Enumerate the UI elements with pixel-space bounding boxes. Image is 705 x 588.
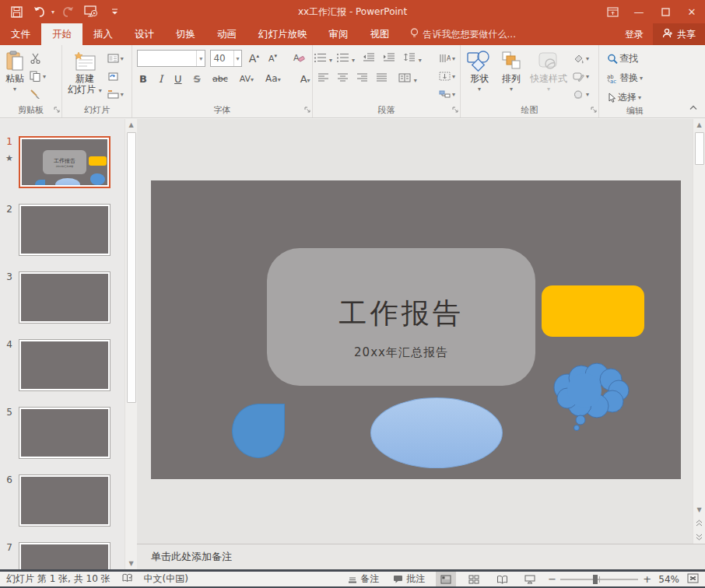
thumbnail-image[interactable] (19, 407, 110, 459)
thumbnail-image[interactable] (19, 339, 110, 391)
bullets-button[interactable]: ▾ (317, 53, 332, 65)
thumbnail-image[interactable] (19, 474, 110, 527)
thumbnail-scrollbar[interactable]: ▲ ▼ (125, 119, 137, 569)
convert-smartart-button[interactable]: ▾ (437, 86, 457, 102)
zoom-out-button[interactable]: − (548, 573, 556, 585)
thumbnail-slide-4[interactable]: 4 (0, 339, 125, 391)
underline-button[interactable]: U (172, 73, 184, 85)
ribbon-display-options-icon[interactable] (599, 0, 626, 23)
tab-insert[interactable]: 插入 (82, 23, 124, 45)
title-placeholder[interactable]: 工作报告 20xx年汇总报告 (267, 248, 535, 386)
yellow-rounded-rectangle-shape[interactable] (542, 285, 644, 337)
font-color-button[interactable]: A▾ (298, 73, 313, 85)
align-text-button[interactable]: ▾ (437, 68, 457, 84)
shapes-button[interactable]: 形状 ▾ (462, 47, 496, 95)
fit-to-window-button[interactable] (687, 573, 699, 586)
tab-review[interactable]: 审阅 (318, 23, 360, 45)
align-center-button[interactable] (337, 73, 349, 85)
text-direction-button[interactable]: A ▾ (437, 51, 457, 66)
thumbnail-image[interactable] (19, 542, 110, 569)
thumbnail-slide-5[interactable]: 5 (0, 407, 125, 459)
find-button[interactable]: 查找 (605, 51, 669, 66)
thumbnail-slide-2[interactable]: 2 (0, 204, 125, 256)
sign-in-button[interactable]: 登录 (616, 23, 653, 45)
scroll-up-icon[interactable]: ▲ (125, 119, 138, 131)
paragraph-dialog-launcher-icon[interactable] (452, 104, 458, 115)
minimize-icon[interactable]: — (626, 0, 652, 23)
tab-animations[interactable]: 动画 (206, 23, 247, 45)
section-button[interactable]: ▾ (106, 86, 125, 102)
scroll-up-icon[interactable]: ▲ (693, 119, 705, 131)
save-icon[interactable] (6, 2, 26, 21)
zoom-slider-thumb[interactable] (593, 575, 598, 584)
zoom-percentage[interactable]: 54% (658, 574, 679, 585)
tell-me-box[interactable]: 告诉我您想要做什么... (401, 23, 525, 45)
notes-placeholder[interactable]: 单击此处添加备注 (151, 550, 232, 564)
font-size-combo[interactable]: ▾ (210, 50, 241, 67)
clipboard-dialog-launcher-icon[interactable] (54, 104, 60, 115)
scrollbar-thumb[interactable] (127, 132, 136, 403)
shape-effects-button[interactable]: ▾ (571, 86, 591, 102)
shape-outline-button[interactable]: ▾ (571, 68, 591, 84)
copy-button[interactable]: ▾ (28, 68, 47, 84)
font-size-dropdown-icon[interactable]: ▾ (233, 51, 240, 66)
ellipse-shape[interactable] (370, 397, 503, 468)
font-name-input[interactable] (138, 51, 196, 66)
thumbnail-image[interactable] (19, 204, 110, 256)
paste-dropdown-icon[interactable]: ▾ (13, 84, 16, 95)
drawing-dialog-launcher-icon[interactable] (591, 104, 597, 115)
strikethrough-button[interactable]: abc (210, 74, 230, 84)
thumbnail-slide-6[interactable]: 6 (0, 474, 125, 527)
font-name-combo[interactable]: ▾ (137, 50, 205, 67)
zoom-in-button[interactable]: + (643, 573, 651, 585)
thumbnail-slide-3[interactable]: 3 (0, 271, 125, 324)
decrease-indent-button[interactable] (363, 53, 375, 65)
teardrop-shape[interactable] (232, 404, 285, 458)
thumbnail-image[interactable] (19, 271, 110, 324)
character-spacing-button[interactable]: AV▾ (237, 74, 256, 84)
tab-home[interactable]: 开始 (41, 23, 82, 45)
canvas-scrollbar[interactable]: ▲ ▼ (693, 119, 705, 544)
close-icon[interactable]: ✕ (679, 0, 705, 23)
shrink-font-button[interactable]: A▾ (266, 53, 279, 64)
notes-pane[interactable]: 单击此处添加备注 (137, 544, 705, 569)
new-slide-button[interactable]: 新建 幻灯片 ▾ (64, 47, 106, 96)
text-shadow-button[interactable]: S (191, 73, 203, 85)
share-button[interactable]: 共享 (653, 23, 705, 45)
grow-font-button[interactable]: A▴ (247, 52, 261, 65)
scroll-down-icon[interactable]: ▼ (125, 558, 138, 569)
next-slide-button[interactable] (693, 530, 705, 544)
justify-button[interactable] (376, 73, 388, 85)
align-left-button[interactable] (317, 73, 329, 85)
font-size-input[interactable] (211, 51, 233, 66)
notes-toggle-button[interactable]: 备注 (345, 572, 382, 586)
spellcheck-icon[interactable] (121, 573, 133, 586)
slide-counter[interactable]: 幻灯片 第 1 张, 共 10 张 (6, 572, 110, 586)
previous-slide-button[interactable] (693, 516, 705, 530)
slide-editing-surface[interactable]: 工作报告 20xx年汇总报告 (151, 180, 681, 479)
scroll-down-icon[interactable]: ▼ (693, 504, 705, 516)
reading-view-button[interactable] (492, 572, 512, 586)
arrange-button[interactable]: 排列 ▾ (496, 47, 526, 95)
slide-sorter-view-button[interactable] (464, 572, 484, 586)
tab-design[interactable]: 设计 (124, 23, 165, 45)
line-spacing-button[interactable]: ▾ (403, 53, 422, 65)
cut-button[interactable] (28, 51, 47, 66)
cloud-callout-shape[interactable] (544, 358, 636, 435)
align-right-button[interactable] (356, 73, 368, 85)
thumbnail-slide-1[interactable]: 1★ 工作报告 20xx年汇总报告 (0, 136, 125, 188)
thumbnail-slide-7[interactable]: 7 (0, 542, 125, 569)
maximize-icon[interactable] (652, 0, 679, 23)
slide-canvas[interactable]: 工作报告 20xx年汇总报告 (137, 119, 693, 544)
select-button[interactable]: 选择 ▾ (605, 89, 669, 105)
change-case-button[interactable]: Aa▾ (263, 73, 283, 84)
slide-subtitle[interactable]: 20xx年汇总报告 (354, 345, 448, 360)
columns-button[interactable]: ▾ (398, 73, 417, 85)
format-painter-button[interactable] (28, 86, 47, 102)
clear-formatting-button[interactable]: A (290, 52, 307, 65)
layout-button[interactable]: ▾ (106, 51, 125, 66)
slide-title[interactable]: 工作报告 (339, 295, 464, 333)
tab-transitions[interactable]: 切换 (165, 23, 206, 45)
font-name-dropdown-icon[interactable]: ▾ (196, 51, 205, 66)
numbering-button[interactable]: ▾ (340, 53, 355, 65)
